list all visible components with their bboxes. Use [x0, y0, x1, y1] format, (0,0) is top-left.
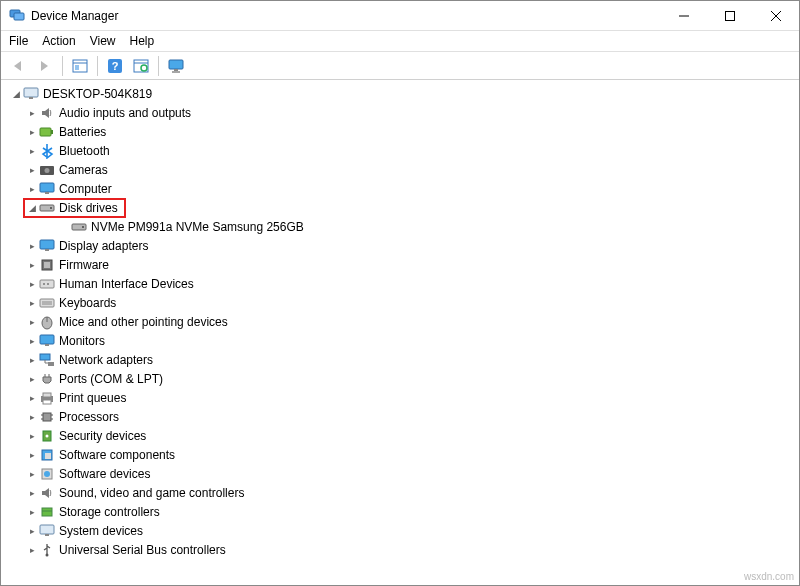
tree-item-firmware[interactable]: ▸ Firmware — [9, 255, 799, 274]
menu-file[interactable]: File — [9, 34, 28, 48]
monitor-icon — [39, 333, 55, 349]
chevron-right-icon[interactable]: ▸ — [25, 391, 39, 405]
audio-icon — [39, 105, 55, 121]
tree-item-mice[interactable]: ▸ Mice and other pointing devices — [9, 312, 799, 331]
chevron-right-icon[interactable]: ▸ — [25, 543, 39, 557]
chevron-right-icon[interactable]: ▸ — [25, 372, 39, 386]
tree-item-software-devices[interactable]: ▸ Software devices — [9, 464, 799, 483]
svg-rect-64 — [45, 534, 49, 536]
svg-rect-14 — [169, 60, 183, 69]
tree-item-display[interactable]: ▸ Display adapters — [9, 236, 799, 255]
chevron-right-icon[interactable]: ▸ — [25, 296, 39, 310]
svg-rect-42 — [45, 344, 49, 346]
svg-rect-3 — [726, 11, 735, 20]
tree-item-keyboards[interactable]: ▸ Keyboards — [9, 293, 799, 312]
device-tree[interactable]: ◢ DESKTOP-504K819 ▸ Audio inputs and out… — [1, 80, 799, 582]
monitor-button[interactable] — [164, 55, 188, 77]
chevron-right-icon[interactable]: ▸ — [25, 467, 39, 481]
show-hide-console-button[interactable] — [68, 55, 92, 77]
tree-item-computer[interactable]: ▸ Computer — [9, 179, 799, 198]
tree-root[interactable]: ◢ DESKTOP-504K819 — [9, 84, 799, 103]
highlight-box: ◢ Disk drives — [23, 198, 126, 218]
svg-rect-15 — [174, 69, 178, 71]
minimize-button[interactable] — [661, 1, 707, 30]
chevron-right-icon[interactable]: ▸ — [25, 315, 39, 329]
tree-item-disk-drives[interactable]: ◢ Disk drives — [9, 198, 799, 217]
scan-hardware-button[interactable] — [129, 55, 153, 77]
chevron-right-icon[interactable]: ▸ — [25, 106, 39, 120]
menu-help[interactable]: Help — [130, 34, 155, 48]
usb-icon — [39, 542, 55, 558]
svg-rect-30 — [45, 249, 49, 251]
tree-item-storage[interactable]: ▸ Storage controllers — [9, 502, 799, 521]
toolbar-separator — [62, 56, 63, 76]
chevron-right-icon[interactable]: ▸ — [25, 239, 39, 253]
tree-item-system[interactable]: ▸ System devices — [9, 521, 799, 540]
svg-rect-43 — [40, 354, 50, 360]
chevron-right-icon[interactable]: ▸ — [25, 258, 39, 272]
battery-icon — [39, 124, 55, 140]
svg-rect-36 — [40, 299, 54, 307]
chevron-right-icon[interactable]: ▸ — [25, 163, 39, 177]
svg-point-26 — [50, 207, 52, 209]
disk-drive-icon — [39, 200, 55, 216]
svg-rect-17 — [24, 88, 38, 97]
back-button[interactable] — [7, 55, 31, 77]
chevron-none: ▸ — [57, 220, 71, 234]
chevron-right-icon[interactable]: ▸ — [25, 410, 39, 424]
tree-item-security[interactable]: ▸ Security devices — [9, 426, 799, 445]
svg-rect-1 — [14, 13, 24, 20]
tree-item-monitors[interactable]: ▸ Monitors — [9, 331, 799, 350]
device-manager-icon — [9, 8, 25, 24]
tree-item-disk-child[interactable]: ▸ NVMe PM991a NVMe Samsung 256GB — [9, 217, 799, 236]
tree-item-cameras[interactable]: ▸ Cameras — [9, 160, 799, 179]
bluetooth-icon — [39, 143, 55, 159]
firmware-icon — [39, 257, 55, 273]
chevron-down-icon[interactable]: ◢ — [25, 201, 39, 215]
menubar: File Action View Help — [1, 31, 799, 52]
svg-point-56 — [46, 434, 49, 437]
help-button[interactable]: ? — [103, 55, 127, 77]
svg-rect-63 — [40, 525, 54, 534]
disk-drive-icon — [71, 219, 87, 235]
chevron-right-icon[interactable]: ▸ — [25, 524, 39, 538]
chevron-right-icon[interactable]: ▸ — [25, 144, 39, 158]
toolbar: ? — [1, 52, 799, 80]
watermark: wsxdn.com — [744, 571, 794, 582]
tree-item-bluetooth[interactable]: ▸ Bluetooth — [9, 141, 799, 160]
tree-item-processors[interactable]: ▸ Processors — [9, 407, 799, 426]
chevron-right-icon[interactable]: ▸ — [25, 353, 39, 367]
display-icon — [39, 238, 55, 254]
chevron-right-icon[interactable]: ▸ — [25, 486, 39, 500]
printer-icon — [39, 390, 55, 406]
chevron-right-icon[interactable]: ▸ — [25, 334, 39, 348]
tree-item-network[interactable]: ▸ Network adapters — [9, 350, 799, 369]
forward-button[interactable] — [33, 55, 57, 77]
mouse-icon — [39, 314, 55, 330]
svg-rect-18 — [29, 97, 33, 99]
toolbar-separator — [97, 56, 98, 76]
close-button[interactable] — [753, 1, 799, 30]
tree-item-print-queues[interactable]: ▸ Print queues — [9, 388, 799, 407]
tree-item-hid[interactable]: ▸ Human Interface Devices — [9, 274, 799, 293]
chevron-right-icon[interactable]: ▸ — [25, 448, 39, 462]
svg-rect-48 — [43, 393, 51, 397]
tree-item-batteries[interactable]: ▸ Batteries — [9, 122, 799, 141]
chevron-right-icon[interactable]: ▸ — [25, 429, 39, 443]
tree-item-software-components[interactable]: ▸ Software components — [9, 445, 799, 464]
svg-rect-61 — [42, 508, 52, 516]
tree-item-audio[interactable]: ▸ Audio inputs and outputs — [9, 103, 799, 122]
tree-item-ports[interactable]: ▸ Ports (COM & LPT) — [9, 369, 799, 388]
chevron-right-icon[interactable]: ▸ — [25, 182, 39, 196]
chevron-down-icon[interactable]: ◢ — [9, 87, 23, 101]
chevron-right-icon[interactable]: ▸ — [25, 125, 39, 139]
menu-action[interactable]: Action — [42, 34, 75, 48]
menu-view[interactable]: View — [90, 34, 116, 48]
maximize-button[interactable] — [707, 1, 753, 30]
tree-item-usb[interactable]: ▸ Universal Serial Bus controllers — [9, 540, 799, 559]
chevron-right-icon[interactable]: ▸ — [25, 277, 39, 291]
tree-item-sound[interactable]: ▸ Sound, video and game controllers — [9, 483, 799, 502]
chevron-right-icon[interactable]: ▸ — [25, 505, 39, 519]
network-icon — [39, 352, 55, 368]
tree-root-label: DESKTOP-504K819 — [43, 87, 152, 101]
